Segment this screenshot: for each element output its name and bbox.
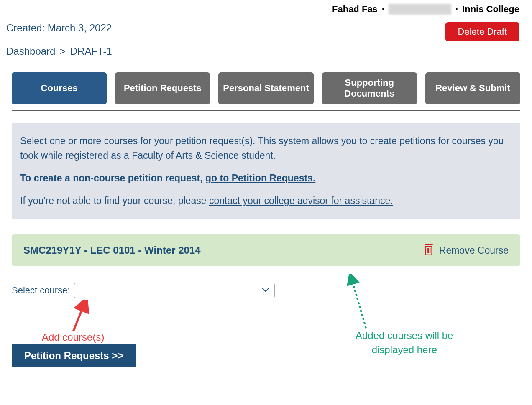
tab-underline — [12, 110, 520, 111]
trash-icon — [423, 244, 434, 257]
tab-courses[interactable]: Courses — [12, 72, 107, 104]
remove-course-label: Remove Course — [439, 245, 509, 256]
svg-rect-0 — [425, 244, 432, 245]
contact-advisor-link[interactable]: contact your college advisor for assista… — [209, 195, 393, 206]
remove-course-button[interactable]: Remove Course — [423, 244, 509, 257]
separator-dot: · — [382, 4, 384, 15]
select-course-dropdown[interactable] — [74, 283, 275, 298]
breadcrumb-current: DRAFT-1 — [70, 46, 112, 57]
redacted-id: XXXXXXXX — [389, 4, 451, 15]
course-card: SMC219Y1Y - LEC 0101 - Winter 2014 Remov… — [12, 234, 520, 266]
delete-draft-button[interactable]: Delete Draft — [445, 22, 519, 41]
breadcrumb-dashboard-link[interactable]: Dashboard — [6, 46, 55, 57]
svg-line-8 — [351, 278, 366, 328]
select-course-label: Select course: — [12, 285, 70, 296]
tab-review-submit[interactable]: Review & Submit — [425, 72, 520, 104]
svg-line-6 — [73, 303, 84, 331]
created-date: Created: March 3, 2022 — [6, 22, 112, 34]
annotation-added-courses: Added courses will be displayed here — [356, 329, 453, 357]
breadcrumb-separator: > — [60, 46, 66, 57]
breadcrumb: Dashboard > DRAFT-1 — [0, 43, 532, 64]
college-name: Innis College — [462, 4, 519, 15]
tab-supporting-documents[interactable]: Supporting Documents — [322, 72, 417, 104]
separator-dot: · — [455, 4, 458, 15]
petition-requests-next-button[interactable]: Petition Requests >> — [12, 344, 136, 367]
course-title: SMC219Y1Y - LEC 0101 - Winter 2014 — [23, 245, 201, 256]
info-box: Select one or more courses for your peti… — [12, 123, 520, 219]
user-header: Fahad Fas · XXXXXXXX · Innis College — [0, 0, 532, 18]
tab-personal-statement[interactable]: Personal Statement — [218, 72, 313, 104]
chevron-down-icon — [262, 287, 269, 294]
info-row: Created: March 3, 2022 Delete Draft — [0, 18, 532, 43]
go-to-petition-requests-link[interactable]: go to Petition Requests. — [205, 173, 315, 183]
red-arrow-icon — [67, 300, 92, 335]
info-text-contact: If you're not able to find your course, … — [20, 194, 512, 209]
annotation-area: Add course(s) Added courses will be disp… — [0, 298, 532, 344]
green-arrow-icon — [343, 274, 372, 334]
tab-petition-requests[interactable]: Petition Requests — [115, 72, 210, 104]
info-text-noncourse: To create a non-course petition request,… — [20, 171, 512, 186]
annotation-add-courses: Add course(s) — [42, 331, 104, 343]
user-name: Fahad Fas — [332, 4, 378, 15]
tab-row: Courses Petition Requests Personal State… — [0, 64, 532, 104]
select-course-row: Select course: — [0, 266, 532, 298]
info-text-intro: Select one or more courses for your peti… — [20, 134, 512, 163]
